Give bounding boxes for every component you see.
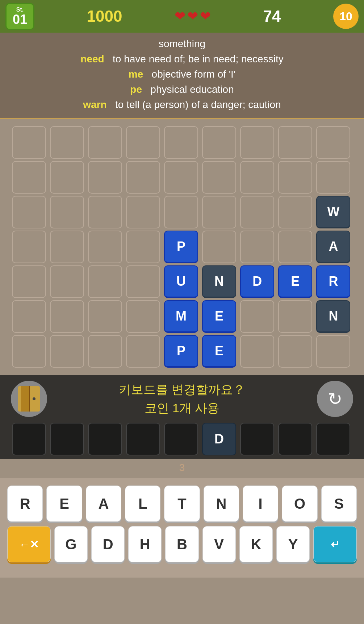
- keyboard-area: REALTNIOS ←✕GDHBVKY↵: [0, 478, 364, 578]
- grid-cell: [278, 231, 312, 263]
- grid-cell: [126, 126, 160, 159]
- clue-word-2: me: [129, 69, 143, 80]
- key-b[interactable]: B: [165, 526, 198, 562]
- heart-1: ❤: [175, 9, 185, 24]
- grid-cell: [12, 231, 46, 263]
- grid-cell: [126, 196, 160, 228]
- grid-cell: [316, 335, 350, 368]
- grid-cell: [88, 231, 122, 263]
- score-display: 1000: [87, 7, 122, 25]
- timer-display: 74: [263, 7, 281, 25]
- grid-cell: A: [316, 231, 350, 263]
- door-button[interactable]: [11, 381, 47, 417]
- grid-cell: [50, 126, 84, 159]
- coin-badge: 10: [333, 4, 359, 29]
- grid-cell-bottom: [316, 423, 350, 455]
- key-s[interactable]: S: [321, 485, 357, 522]
- grid-cell: [50, 231, 84, 263]
- hearts-display: ❤ ❤ ❤: [175, 9, 211, 24]
- key-i[interactable]: I: [243, 485, 278, 522]
- grid-cell: [164, 126, 198, 159]
- key-v[interactable]: V: [202, 526, 236, 562]
- refresh-button[interactable]: ↻: [317, 381, 353, 417]
- grid-cell: D: [240, 265, 274, 298]
- key-y[interactable]: Y: [276, 526, 310, 562]
- grid-cell-bottom: [126, 423, 160, 455]
- key-k[interactable]: K: [239, 526, 273, 562]
- key-n[interactable]: N: [204, 485, 239, 522]
- overlay-text: 키보드를 변경할까요？ 코인 1개 사용: [47, 380, 317, 417]
- page-number: 3: [0, 459, 364, 476]
- key-g[interactable]: G: [54, 526, 88, 562]
- grid-cell: [240, 300, 274, 333]
- backspace-key[interactable]: ←✕: [7, 526, 51, 562]
- key-a[interactable]: A: [86, 485, 121, 522]
- grid-cell: [50, 196, 84, 228]
- key-d[interactable]: D: [91, 526, 125, 562]
- grid-cell: [126, 300, 160, 333]
- grid-cell: [240, 161, 274, 194]
- grid-cell: N: [202, 265, 236, 298]
- grid-cell: [278, 335, 312, 368]
- key-l[interactable]: L: [125, 485, 160, 522]
- stage-number: 01: [13, 13, 27, 26]
- grid-cell: [316, 126, 350, 159]
- grid-cell: [88, 161, 122, 194]
- key-t[interactable]: T: [164, 485, 200, 522]
- grid-cell: [164, 196, 198, 228]
- grid-cell: [50, 265, 84, 298]
- grid-overlay-bottom: D: [12, 423, 352, 455]
- clue-row-4: warn to tell (a person) of a danger; cau…: [7, 97, 357, 112]
- clue-def-4: to tell (a person) of a danger; caution: [115, 99, 281, 110]
- grid-cell: [240, 196, 274, 228]
- grid-cell: [278, 196, 312, 228]
- grid-cell: [88, 196, 122, 228]
- grid-cell: M: [164, 300, 198, 333]
- clue-row-0: something: [7, 36, 357, 51]
- key-e[interactable]: E: [46, 485, 82, 522]
- grid-cell: [50, 300, 84, 333]
- grid-cell: [88, 300, 122, 333]
- key-o[interactable]: O: [282, 485, 317, 522]
- grid-cell: [12, 196, 46, 228]
- clue-word-3: pe: [130, 84, 142, 95]
- key-r[interactable]: R: [7, 485, 43, 522]
- grid-cell-bottom: [278, 423, 312, 455]
- grid-cell: U: [164, 265, 198, 298]
- grid-cell: [278, 161, 312, 194]
- grid-cell: E: [202, 300, 236, 333]
- grid-cell-bottom: D: [202, 423, 236, 455]
- clue-row-3: pe physical education: [7, 82, 357, 97]
- grid-cell: [88, 335, 122, 368]
- grid-cell: [316, 161, 350, 194]
- grid-cell-bottom: [12, 423, 46, 455]
- grid-cell: E: [278, 265, 312, 298]
- refresh-icon: ↻: [328, 389, 342, 409]
- overlay-line1: 키보드를 변경할까요？: [47, 380, 317, 399]
- enter-key[interactable]: ↵: [313, 526, 357, 562]
- clue-row-2: me objective form of 'I': [7, 67, 357, 82]
- stage-badge: St. 01: [5, 3, 34, 30]
- clue-row-1: need to have need of; be in need; necess…: [7, 51, 357, 67]
- grid-cell: [50, 335, 84, 368]
- door-icon: [18, 386, 40, 412]
- grid-cell: P: [164, 335, 198, 368]
- clue-word-4: warn: [83, 99, 106, 110]
- grid-cell: [278, 126, 312, 159]
- grid-cell: [126, 161, 160, 194]
- grid-cell: R: [316, 265, 350, 298]
- grid-cell: [240, 126, 274, 159]
- overlay-line2: 코인 1개 사용: [47, 399, 317, 417]
- grid-cell: N: [316, 300, 350, 333]
- key-h[interactable]: H: [128, 526, 162, 562]
- grid-cell: [12, 265, 46, 298]
- grid-cell: [202, 126, 236, 159]
- grid-cell-bottom: [88, 423, 122, 455]
- grid-cell: [12, 161, 46, 194]
- clue-word-1: need: [80, 53, 104, 65]
- clue-def-1: to have need of; be in need; necessity: [113, 53, 284, 65]
- grid-cell: [50, 161, 84, 194]
- keyboard-row-1: REALTNIOS: [7, 485, 357, 522]
- letter-grid: WPAUNDERMENPE: [12, 126, 352, 368]
- grid-cell: [240, 335, 274, 368]
